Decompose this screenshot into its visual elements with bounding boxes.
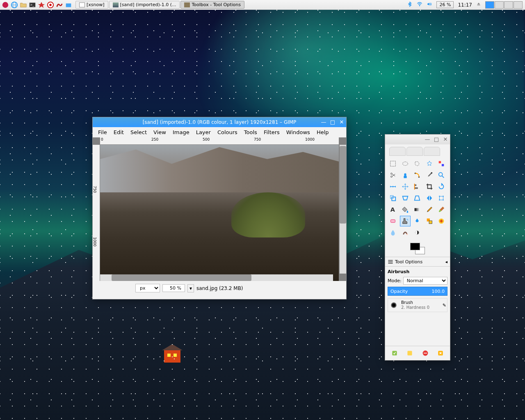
volume-icon[interactable] [427, 1, 432, 8]
menu-layer[interactable]: Layer [193, 128, 214, 136]
tool-blend[interactable] [412, 204, 422, 215]
close-button[interactable]: ✕ [339, 119, 345, 125]
tool-clone[interactable] [424, 216, 435, 226]
unit-selector[interactable]: px [135, 284, 160, 292]
tool-ink[interactable] [412, 216, 422, 226]
taskbar-task-xsnow[interactable]: [xsnow] [75, 1, 108, 9]
taskbar-task-gimp-image[interactable]: [sand] (imported)-1.0 (... [109, 1, 180, 9]
brush-edit-icon[interactable]: ✎ [443, 303, 446, 308]
tool-text[interactable]: A [388, 204, 398, 215]
tool-rotate[interactable] [436, 181, 447, 192]
toolbox-tab[interactable] [389, 147, 406, 156]
menu-edit[interactable]: Edit [111, 128, 127, 136]
tool-blur[interactable] [388, 227, 398, 238]
tool-dodge[interactable] [412, 227, 422, 238]
app-icon-2[interactable] [47, 1, 54, 9]
tool-cage[interactable] [436, 193, 447, 203]
close-button[interactable]: ✕ [443, 137, 448, 142]
tool-paintbrush[interactable] [436, 204, 447, 215]
clock[interactable]: 11:17 [458, 2, 472, 8]
tool-bucket-fill[interactable] [400, 204, 411, 215]
tool-foreground-select[interactable] [400, 170, 411, 180]
workspace-1[interactable] [485, 1, 494, 9]
menu-tools[interactable]: Tools [241, 128, 260, 136]
terminal-icon[interactable]: >_ [29, 1, 36, 9]
app-icon-4[interactable] [65, 1, 72, 9]
tool-align[interactable] [412, 181, 422, 192]
minimize-button[interactable]: — [321, 119, 326, 125]
menu-image[interactable]: Image [170, 128, 192, 136]
horizontal-scrollbar[interactable] [100, 274, 333, 281]
tool-free-select[interactable] [412, 158, 422, 169]
workspace-3[interactable] [504, 1, 513, 9]
wifi-icon[interactable] [417, 1, 422, 8]
tool-pencil[interactable] [424, 204, 435, 215]
tool-options-header[interactable]: Tool Options ◂ [385, 257, 450, 267]
vertical-scrollbar[interactable] [340, 145, 346, 274]
minimize-button[interactable]: — [425, 137, 430, 142]
tool-zoom[interactable] [436, 170, 447, 180]
battery-indicator[interactable]: 26 % [436, 1, 454, 8]
tool-eraser[interactable] [388, 216, 398, 226]
vertical-ruler[interactable]: 750 1000 [93, 145, 100, 281]
tool-color-select[interactable] [436, 158, 447, 169]
app-icon-1[interactable] [38, 1, 45, 9]
maximize-button[interactable]: □ [434, 137, 439, 142]
eject-icon[interactable] [476, 2, 481, 8]
restore-preset-icon[interactable] [405, 349, 414, 358]
app-icon-3[interactable] [56, 1, 63, 9]
file-manager-icon[interactable] [20, 1, 27, 9]
maximize-button[interactable]: □ [330, 119, 336, 125]
workspace-4[interactable] [514, 1, 523, 9]
tool-airbrush[interactable] [400, 216, 411, 226]
menu-file[interactable]: File [95, 128, 110, 136]
tool-perspective[interactable] [412, 193, 422, 203]
color-swatches[interactable] [410, 243, 425, 254]
menu-icon[interactable] [2, 1, 9, 9]
tool-smudge[interactable] [400, 227, 411, 238]
menu-help[interactable]: Help [314, 128, 332, 136]
menu-colours[interactable]: Colours [215, 128, 240, 136]
delete-preset-icon[interactable] [421, 349, 430, 358]
task-label: [sand] (imported)-1.0 (... [120, 2, 176, 7]
image-canvas[interactable] [100, 145, 339, 281]
titlebar[interactable]: — □ ✕ [385, 135, 450, 144]
zoom-dropdown-icon[interactable]: ▾ [187, 284, 194, 292]
menu-view[interactable]: View [151, 128, 169, 136]
taskbar-task-gimp-toolbox[interactable]: Toolbox - Tool Options [180, 1, 244, 9]
toolbox-tab[interactable] [406, 147, 423, 156]
svg-point-35 [406, 219, 407, 220]
svg-rect-45 [388, 263, 393, 264]
tool-paths[interactable] [412, 170, 422, 180]
bluetooth-icon[interactable] [407, 1, 413, 8]
tool-crop[interactable] [424, 181, 435, 192]
tool-fuzzy-select[interactable] [424, 158, 435, 169]
options-menu-icon[interactable]: ◂ [445, 259, 447, 265]
tool-flip[interactable] [424, 193, 435, 203]
web-browser-icon[interactable] [11, 1, 18, 9]
workspace-2[interactable] [495, 1, 504, 9]
menu-windows[interactable]: Windows [283, 128, 313, 136]
tool-shear[interactable] [400, 193, 411, 203]
horizontal-ruler[interactable]: 0 250 500 750 1000 [100, 137, 339, 145]
tool-ellipse-select[interactable] [400, 158, 411, 169]
menu-filters[interactable]: Filters [261, 128, 283, 136]
tool-scissors[interactable] [388, 170, 398, 180]
svg-text:A: A [390, 206, 395, 213]
zoom-input[interactable] [162, 284, 185, 292]
save-preset-icon[interactable] [390, 349, 399, 358]
tool-color-picker[interactable] [424, 170, 435, 180]
tool-heal[interactable] [436, 216, 447, 226]
brush-selector[interactable]: Brush 2. Hardness 0 ✎ [388, 298, 447, 312]
tool-rect-select[interactable] [388, 158, 398, 169]
menu-select[interactable]: Select [128, 128, 150, 136]
tool-scale[interactable] [388, 193, 398, 203]
tool-move[interactable] [400, 181, 411, 192]
foreground-color[interactable] [410, 243, 420, 250]
titlebar[interactable]: [sand] (imported)-1.0 (RGB colour, 1 lay… [93, 117, 346, 127]
reset-preset-icon[interactable] [436, 349, 445, 358]
mode-select[interactable]: Normal [403, 277, 447, 285]
opacity-slider[interactable]: Opacity 100.0 [388, 287, 447, 296]
tool-measure[interactable] [388, 181, 398, 192]
toolbox-tab[interactable] [424, 147, 440, 156]
